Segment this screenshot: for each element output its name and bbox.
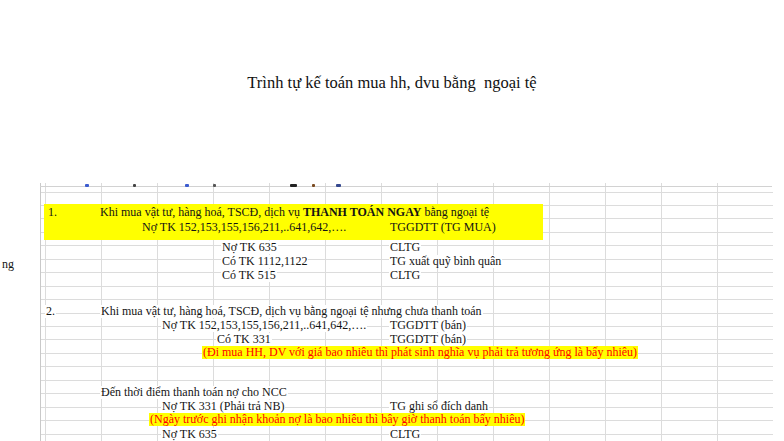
margin-text-fragment: ng [1,258,15,271]
section2-note2[interactable]: (Ngày trước ghi nhận khoản nợ là bao nhi… [149,413,525,426]
section1-row2-rate[interactable]: TG xuất quỹ bình quân [389,255,502,268]
clipped-row-artifact [185,184,189,187]
document-page: Trình tự kế toán mua hh, dvu bằng ngoại … [0,0,784,441]
clipped-row-artifact [336,184,341,187]
section2-number[interactable]: 2. [45,305,56,318]
section2-heading[interactable]: Khi mua vật tư, hàng hoá, TSCĐ, dịch vụ … [100,305,483,318]
section1-heading[interactable]: Khi mua vật tư, hàng hoá, TSCĐ, dịch vụ … [99,206,490,219]
page-title[interactable]: Trình tự kế toán mua hh, dvu bằng ngoại … [0,73,784,93]
section1-row0-rate[interactable]: TGGDTT (TG MUA) [389,221,497,234]
section2-row3-rate[interactable]: CLTG [389,428,421,441]
section1-row3-account[interactable]: Có TK 515 [221,269,277,282]
section1-heading-bold: THANH TOÁN NGAY [303,205,421,219]
section1-row2-account[interactable]: Có TK 1112,1122 [221,255,308,268]
clipped-row-artifact [312,184,315,187]
section2-note1[interactable]: (Đi mua HH, DV với giá bao nhiêu thì phá… [202,346,638,359]
clipped-row-artifact [290,184,297,187]
section1-row0-account[interactable]: Nợ TK 152,153,155,156,211,..641,642,…. [141,221,347,234]
section2-row3-account[interactable]: Nợ TK 635 [161,428,218,441]
section1-row3-rate[interactable]: CLTG [389,269,421,282]
grid-top-border [40,186,772,187]
clipped-row-artifact [133,184,136,187]
section1-number[interactable]: 1. [47,206,58,219]
section1-row1-rate[interactable]: CLTG [389,241,421,254]
section1-heading-prefix: Khi mua vật tư, hàng hoá, TSCĐ, dịch vụ [100,205,303,219]
section2-row0-account[interactable]: Nợ TK 152,153,155,156,211,..641,642,…. [161,319,367,332]
section1-heading-suffix: bằng ngoại tệ [421,205,489,219]
section1-row1-account[interactable]: Nợ TK 635 [221,241,278,254]
section2-row0-rate[interactable]: TGGDTT (bán) [389,319,467,332]
clipped-row-artifact [213,184,216,187]
clipped-row-artifact [85,184,89,187]
section2-subheading[interactable]: Đến thời điểm thanh toán nợ cho NCC [100,386,288,399]
